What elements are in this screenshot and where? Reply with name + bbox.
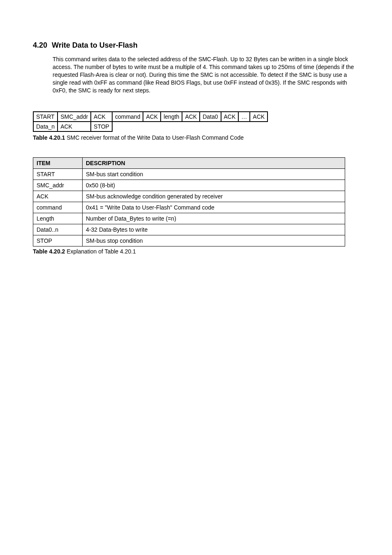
desc-description: SM-bus acknowledge condition generated b… — [83, 191, 345, 202]
sequence-cell: Data0 — [200, 112, 221, 122]
desc-description: 4-32 Data-Bytes to write — [83, 224, 345, 235]
desc-description: SM-bus start condition — [83, 169, 345, 180]
table-row: ACK SM-bus acknowledge condition generat… — [33, 191, 345, 202]
desc-item: Length — [33, 213, 83, 224]
sequence-cell: ACK — [143, 112, 161, 122]
caption-label: Table 4.20.1 — [33, 134, 65, 141]
sequence-cell: START — [33, 112, 58, 122]
table-row: command 0x41 = "Write Data to User-Flash… — [33, 202, 345, 213]
sequence-cell: ACK — [91, 112, 112, 122]
table-row: STOP SM-bus stop condition — [33, 235, 345, 246]
desc-item: STOP — [33, 235, 83, 246]
desc-description: 0x50 (8-bit) — [83, 180, 345, 191]
body-paragraph: This command writes data to the selected… — [53, 55, 355, 94]
table-row: START SMC_addr ACK command ACK length AC… — [33, 112, 267, 122]
desc-item: Data0..n — [33, 224, 83, 235]
desc-item: ACK — [33, 191, 83, 202]
table-row: Length Number of Data_Bytes to write (=n… — [33, 213, 345, 224]
sequence-cell: command — [112, 112, 143, 122]
desc-item: command — [33, 202, 83, 213]
desc-description: 0x41 = "Write Data to User-Flash" Comman… — [83, 202, 345, 213]
sequence-cell: ACK — [58, 122, 91, 131]
table-row: SMC_addr 0x50 (8-bit) — [33, 180, 345, 191]
description-table: ITEM DESCRIPTION START SM-bus start cond… — [33, 157, 345, 246]
desc-item: SMC_addr — [33, 180, 83, 191]
section-number: 4.20 — [33, 41, 47, 50]
sequence-cell: SMC_addr — [58, 112, 91, 122]
section-title: Write Data to User-Flash — [52, 41, 138, 49]
desc-description: Number of Data_Bytes to write (=n) — [83, 213, 345, 224]
table-header-description: DESCRIPTION — [83, 158, 345, 169]
sequence-empty — [112, 122, 267, 131]
sequence-cell: length — [161, 112, 182, 122]
table-row: START SM-bus start condition — [33, 169, 345, 180]
table-caption-1: Table 4.20.1 SMC receiver format of the … — [33, 134, 359, 141]
sequence-cell: ACK — [182, 112, 200, 122]
sequence-cell: Data_n — [33, 122, 58, 131]
sequence-cell: ACK — [250, 112, 267, 122]
table-row: Data_n ACK STOP — [33, 122, 267, 131]
table-header-row: ITEM DESCRIPTION — [33, 158, 345, 169]
caption-text: SMC receiver format of the Write Data to… — [67, 134, 244, 141]
desc-description: SM-bus stop condition — [83, 235, 345, 246]
caption-label: Table 4.20.2 — [33, 248, 65, 255]
sequence-cell: … — [238, 112, 250, 122]
table-header-item: ITEM — [33, 158, 83, 169]
table-row: Data0..n 4-32 Data-Bytes to write — [33, 224, 345, 235]
section-heading: 4.20 Write Data to User-Flash — [33, 41, 359, 50]
caption-text: Explanation of Table 4.20.1 — [67, 248, 136, 255]
sequence-table: START SMC_addr ACK command ACK length AC… — [33, 111, 268, 132]
sequence-cell: ACK — [221, 112, 239, 122]
desc-item: START — [33, 169, 83, 180]
table-caption-2: Table 4.20.2 Explanation of Table 4.20.1 — [33, 248, 359, 255]
sequence-cell: STOP — [91, 122, 112, 131]
